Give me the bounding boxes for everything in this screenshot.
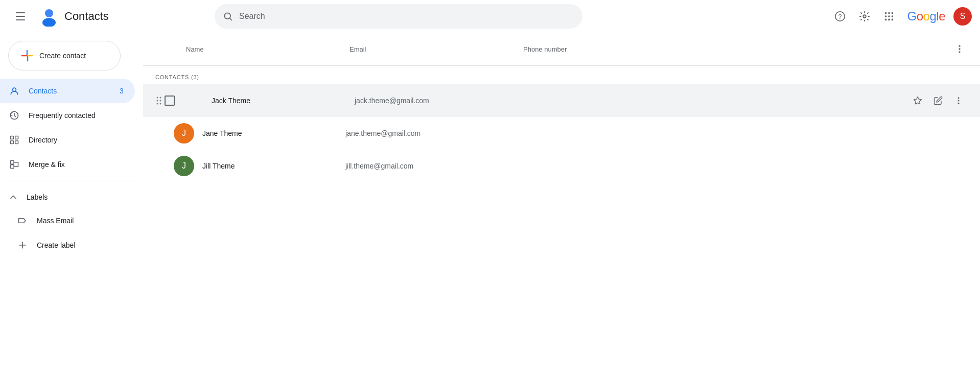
svg-point-10 xyxy=(891,12,893,14)
row-more-button[interactable] xyxy=(949,91,968,110)
sidebar-item-merge-fix[interactable]: Merge & fix xyxy=(0,152,135,177)
svg-point-1 xyxy=(45,9,53,17)
apps-button[interactable] xyxy=(879,6,899,27)
create-contact-button[interactable]: Create contact xyxy=(8,41,121,70)
labels-header[interactable]: Labels xyxy=(8,185,135,208)
col-name-header: Name xyxy=(155,45,349,53)
svg-point-38 xyxy=(157,97,158,99)
svg-point-36 xyxy=(959,48,960,50)
sidebar-item-create-label[interactable]: Create label xyxy=(8,233,135,257)
svg-point-12 xyxy=(888,15,890,17)
svg-point-40 xyxy=(157,103,158,105)
sidebar: Create contact Contacts 3 xyxy=(0,33,143,381)
star-button[interactable] xyxy=(908,91,927,110)
sidebar-item-directory[interactable]: Directory xyxy=(0,128,135,152)
top-bar-right: ? Google S xyxy=(830,6,972,27)
search-bar xyxy=(215,4,582,29)
app-title: Contacts xyxy=(64,10,109,23)
help-button[interactable]: ? xyxy=(830,6,850,27)
table-row[interactable]: J Jill Theme jill.theme@gmail.com xyxy=(143,150,980,182)
contact-checkbox[interactable] xyxy=(165,96,175,106)
user-avatar-button[interactable]: S xyxy=(953,7,972,26)
search-bar-container xyxy=(215,4,582,29)
contacts-nav-label: Contacts xyxy=(29,87,108,95)
sidebar-item-frequently-contacted[interactable]: Frequently contacted xyxy=(0,103,135,128)
top-bar-left: Contacts xyxy=(8,4,202,29)
svg-point-13 xyxy=(891,15,893,17)
help-icon: ? xyxy=(834,11,846,22)
contact-name: Jack Theme xyxy=(212,97,355,105)
svg-point-42 xyxy=(160,100,161,102)
svg-point-15 xyxy=(888,19,890,21)
svg-point-9 xyxy=(888,12,890,14)
contacts-nav-badge: 3 xyxy=(116,87,127,95)
main-layout: Create contact Contacts 3 xyxy=(0,33,980,381)
contacts-person-icon xyxy=(39,6,59,27)
col-actions-header xyxy=(927,41,968,57)
svg-line-4 xyxy=(230,18,232,20)
svg-point-8 xyxy=(884,12,886,14)
contacts-nav-icon xyxy=(8,85,20,97)
svg-marker-44 xyxy=(914,97,922,104)
sidebar-item-contacts[interactable]: Contacts 3 xyxy=(0,79,135,103)
search-icon xyxy=(223,11,233,21)
svg-point-35 xyxy=(959,45,960,47)
history-icon xyxy=(8,109,20,122)
directory-icon xyxy=(8,134,20,146)
svg-point-7 xyxy=(863,15,866,18)
chevron-up-icon xyxy=(8,192,18,202)
svg-point-14 xyxy=(884,19,886,21)
table-row[interactable]: J Jane Theme jane.theme@gmail.com xyxy=(143,117,980,150)
more-vert-icon xyxy=(954,96,963,105)
col-phone-header: Phone number xyxy=(523,45,927,53)
create-contact-label: Create contact xyxy=(39,52,86,60)
drag-dots-icon xyxy=(155,96,162,106)
mass-email-label: Mass Email xyxy=(37,217,127,225)
avatar: J xyxy=(174,156,194,176)
svg-point-39 xyxy=(157,100,158,102)
row-actions xyxy=(908,91,968,110)
svg-rect-25 xyxy=(11,141,14,144)
svg-point-43 xyxy=(160,103,161,105)
grid-icon xyxy=(883,11,895,22)
google-logo: Google xyxy=(907,9,945,23)
svg-point-45 xyxy=(958,97,960,99)
app-logo: Contacts xyxy=(39,6,109,27)
svg-point-46 xyxy=(958,100,960,102)
svg-rect-27 xyxy=(11,161,14,164)
labels-section: Labels Mass Email Cre xyxy=(0,185,143,257)
table-more-button[interactable] xyxy=(951,41,968,57)
avatar: J xyxy=(174,123,194,144)
contact-name: Jane Theme xyxy=(202,129,345,137)
hamburger-menu-button[interactable] xyxy=(8,4,33,29)
search-input[interactable] xyxy=(239,12,574,21)
top-bar: Contacts ? xyxy=(0,0,980,33)
table-row[interactable]: Jack Theme jack.theme@gmail.com xyxy=(143,84,980,117)
col-email-header: Email xyxy=(349,45,523,53)
avatar-placeholder xyxy=(183,90,203,111)
edit-button[interactable] xyxy=(929,91,947,110)
labels-label: Labels xyxy=(27,193,48,201)
contact-name: Jill Theme xyxy=(202,162,345,170)
svg-rect-24 xyxy=(15,136,18,139)
svg-point-16 xyxy=(891,19,893,21)
plus-icon xyxy=(16,239,29,251)
merge-icon xyxy=(8,158,20,171)
main-content: Name Email Phone number CONTACTS (3) xyxy=(143,33,980,381)
frequently-contacted-label: Frequently contacted xyxy=(29,111,127,120)
contact-email: jane.theme@gmail.com xyxy=(345,129,519,137)
star-icon xyxy=(913,96,922,105)
settings-button[interactable] xyxy=(854,6,875,27)
gear-icon xyxy=(859,11,870,22)
sidebar-item-mass-email[interactable]: Mass Email xyxy=(8,208,135,233)
svg-rect-29 xyxy=(11,165,14,169)
multicolor-plus-icon xyxy=(21,50,33,62)
contact-email: jack.theme@gmail.com xyxy=(355,97,528,105)
table-header: Name Email Phone number xyxy=(143,33,980,66)
svg-rect-23 xyxy=(11,136,14,139)
section-label: CONTACTS (3) xyxy=(143,66,980,84)
svg-point-37 xyxy=(959,51,960,53)
svg-point-41 xyxy=(160,97,161,99)
edit-icon xyxy=(934,96,943,105)
svg-point-47 xyxy=(958,103,960,104)
